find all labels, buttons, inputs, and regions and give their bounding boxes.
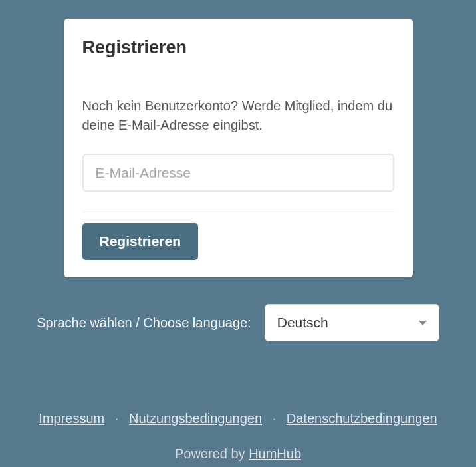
language-row: Sprache wählen / Choose language: Deutsc… [25, 304, 451, 341]
language-selected: Deutsch [277, 315, 328, 331]
panel-description: Noch kein Benutzerkonto? Werde Mitglied,… [82, 96, 394, 135]
powered-link[interactable]: HumHub [249, 446, 301, 461]
register-button[interactable]: Registrieren [82, 223, 199, 260]
powered-by: Powered by HumHub [0, 446, 476, 462]
imprint-link[interactable]: Impressum [39, 411, 104, 426]
language-label: Sprache wählen / Choose language: [37, 315, 251, 331]
panel-title: Registrieren [82, 37, 394, 58]
chevron-down-icon [419, 321, 427, 325]
powered-prefix: Powered by [175, 446, 249, 461]
privacy-link[interactable]: Datenschutzbedingungen [287, 411, 437, 426]
divider [82, 212, 394, 212]
email-field[interactable] [82, 154, 394, 192]
terms-link[interactable]: Nutzungsbedingungen [129, 411, 262, 426]
separator: · [273, 411, 277, 426]
footer-links: Impressum · Nutzungsbedingungen · Datens… [0, 411, 476, 426]
register-panel: Registrieren Noch kein Benutzerkonto? We… [64, 19, 413, 277]
language-select[interactable]: Deutsch [265, 304, 439, 341]
separator: · [115, 411, 119, 426]
